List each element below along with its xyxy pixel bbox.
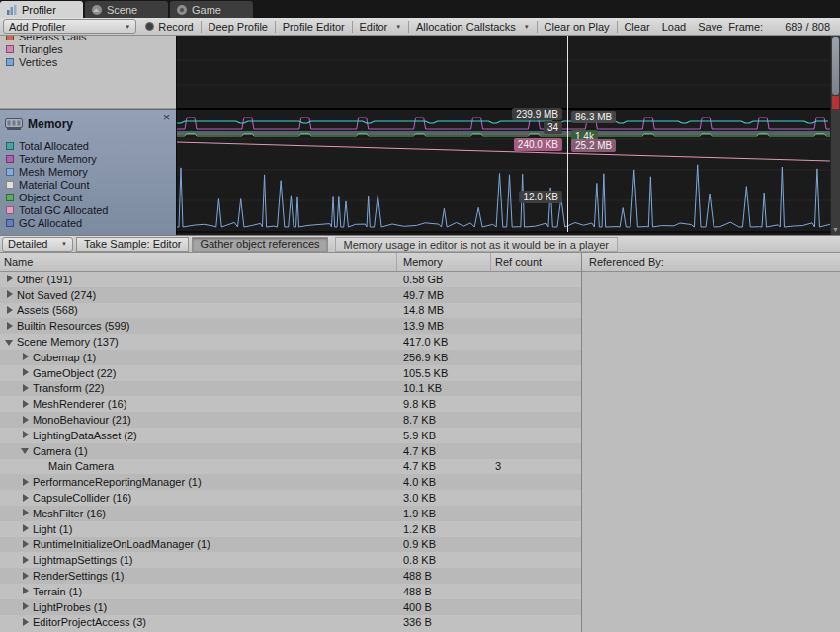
close-module-button[interactable]: × — [163, 112, 170, 123]
table-row[interactable]: GameObject (22)105.5 KB — [0, 365, 581, 381]
legend-item[interactable]: Vertices — [0, 55, 176, 68]
foldout-collapsed-icon[interactable] — [4, 305, 17, 316]
tab-profiler[interactable]: Profiler — [0, 1, 83, 18]
tab-scene[interactable]: Scene — [85, 1, 168, 18]
load-button[interactable]: Load — [656, 19, 692, 35]
legend-label: SetPass Calls — [19, 36, 86, 42]
foldout-collapsed-icon[interactable] — [20, 477, 33, 488]
chart-value-badge: 25.2 MB — [571, 139, 616, 152]
chevron-down-icon: ▼ — [524, 24, 530, 30]
foldout-collapsed-icon[interactable] — [20, 415, 33, 426]
table-row[interactable]: Other (191)0.58 GB — [0, 272, 581, 287]
table-row[interactable]: Builtin Resources (599)13.9 MB — [0, 318, 581, 334]
foldout-collapsed-icon[interactable] — [4, 289, 17, 300]
table-row[interactable]: MeshFilter (16)1.9 KB — [0, 506, 581, 521]
frame-value: 689 / 808 — [785, 21, 830, 33]
column-header-name[interactable]: Name — [0, 253, 397, 271]
table-row[interactable]: Terrain (1)488 B — [0, 584, 581, 599]
foldout-collapsed-icon[interactable] — [20, 539, 33, 550]
foldout-collapsed-icon[interactable] — [20, 430, 33, 440]
row-memory-value: 49.7 MB — [397, 289, 491, 301]
table-row[interactable]: Assets (568)14.8 MB — [0, 303, 581, 319]
chevron-down-icon: ▼ — [395, 24, 401, 30]
foldout-collapsed-icon[interactable] — [20, 571, 33, 582]
foldout-collapsed-icon[interactable] — [20, 523, 33, 534]
foldout-collapsed-icon[interactable] — [20, 352, 33, 362]
memory-module[interactable]: Memory × Total AllocatedTexture MemoryMe… — [0, 109, 176, 235]
table-row[interactable]: LightProbes (1)400 B — [0, 599, 581, 615]
foldout-collapsed-icon[interactable] — [4, 321, 17, 332]
table-row[interactable]: Camera (1)4.7 KB — [0, 443, 581, 459]
detail-mode-dropdown[interactable]: Detailed ▼ — [2, 237, 73, 252]
memory-module-title: Memory — [28, 118, 73, 131]
profiler-toolbar: Add Profiler ▼ Record Deep Profile Profi… — [0, 18, 840, 36]
table-row[interactable]: Light (1)1.2 KB — [0, 521, 581, 537]
add-profiler-dropdown[interactable]: Add Profiler ▼ — [3, 19, 136, 34]
foldout-collapsed-icon[interactable] — [20, 617, 33, 628]
scrollbar-thumb[interactable] — [832, 37, 839, 95]
foldout-collapsed-icon[interactable] — [20, 586, 33, 596]
legend-item[interactable]: Material Count — [0, 178, 176, 191]
table-row[interactable]: Main Camera4.7 KB3 — [0, 459, 581, 475]
table-row[interactable]: Not Saved (274)49.7 MB — [0, 287, 581, 303]
table-row[interactable]: PerformanceReportingManager (1)4.0 KB — [0, 474, 581, 490]
clear-button[interactable]: Clear — [618, 19, 655, 35]
foldout-collapsed-icon[interactable] — [4, 274, 17, 284]
profile-editor-button[interactable]: Profile Editor — [277, 19, 351, 35]
table-row[interactable]: RuntimeInitializeOnLoadManager (1)0.9 KB — [0, 537, 581, 553]
table-row[interactable]: Transform (22)10.1 KB — [0, 381, 581, 397]
foldout-collapsed-icon[interactable] — [20, 399, 33, 410]
row-name: MonoBehaviour (21) — [33, 414, 131, 426]
legend-item[interactable]: Object Count — [0, 191, 176, 203]
table-row[interactable]: RenderSettings (1)488 B — [0, 568, 581, 584]
column-header-memory[interactable]: Memory — [397, 253, 491, 271]
legend-color-swatch-icon — [6, 36, 14, 40]
foldout-collapsed-icon[interactable] — [20, 367, 33, 378]
foldout-expanded-icon[interactable] — [20, 445, 33, 456]
table-row[interactable]: MonoBehaviour (21)8.7 KB — [0, 412, 581, 428]
legend-label: Material Count — [19, 179, 90, 191]
row-name: Light (1) — [33, 523, 72, 535]
scrollbar-down-arrow[interactable]: ▼ — [831, 226, 840, 234]
table-row[interactable]: MeshRenderer (16)9.8 KB — [0, 396, 581, 412]
legend-item[interactable]: Total Allocated — [0, 139, 176, 152]
foldout-collapsed-icon[interactable] — [20, 555, 33, 566]
legend-item[interactable]: SetPass Calls — [0, 36, 176, 42]
chart-value-badge: 239.9 MB — [512, 108, 562, 120]
table-row[interactable]: Cubemap (1)256.9 KB — [0, 350, 581, 365]
column-header-ref-count[interactable]: Ref count — [491, 253, 581, 271]
tab-game[interactable]: Game — [170, 1, 253, 18]
row-memory-value: 10.1 KB — [397, 382, 491, 394]
tab-label: Scene — [107, 4, 137, 16]
legend-item[interactable]: Mesh Memory — [0, 165, 176, 178]
row-name: Assets (568) — [17, 304, 78, 316]
editor-dropdown[interactable]: Editor▼ — [354, 19, 408, 35]
row-memory-value: 0.9 KB — [397, 538, 491, 550]
clear-on-play-button[interactable]: Clear on Play — [539, 19, 616, 35]
foldout-collapsed-icon[interactable] — [20, 383, 33, 394]
foldout-collapsed-icon[interactable] — [20, 493, 33, 504]
table-row[interactable]: EditorProjectAccess (3)336 B — [0, 615, 581, 631]
table-row[interactable]: LightingDataAsset (2)5.9 KB — [0, 428, 581, 443]
chart-value-badge: 86.3 MB — [571, 111, 616, 123]
legend-item[interactable]: Triangles — [0, 42, 176, 55]
table-row[interactable]: CapsuleCollider (16)3.0 KB — [0, 490, 581, 506]
deep-profile-button[interactable]: Deep Profile — [202, 19, 274, 35]
row-memory-value: 8.7 KB — [397, 414, 491, 426]
foldout-collapsed-icon[interactable] — [20, 508, 33, 518]
memory-chart[interactable]: 239.9 MB86.3 MB341.4k240.0 KB25.2 MB12.0… — [176, 36, 830, 235]
take-sample-button[interactable]: Take Sample: Editor — [76, 237, 189, 252]
save-button[interactable]: Save — [692, 19, 728, 35]
row-memory-value: 1.9 KB — [397, 508, 491, 519]
legend-item[interactable]: Total GC Allocated — [0, 203, 176, 216]
foldout-collapsed-icon[interactable] — [20, 601, 33, 612]
record-button[interactable]: Record — [139, 19, 199, 35]
legend-item[interactable]: Texture Memory — [0, 152, 176, 165]
table-row[interactable]: Scene Memory (137)417.0 KB — [0, 334, 581, 350]
table-row[interactable]: LightmapSettings (1)0.8 KB — [0, 552, 581, 568]
allocation-callstacks-dropdown[interactable]: Allocation Callstacks▼ — [410, 19, 536, 35]
gather-references-toggle[interactable]: Gather object references — [192, 237, 327, 252]
toolbar-separator — [408, 21, 409, 33]
legend-item[interactable]: GC Allocated — [0, 216, 176, 229]
foldout-expanded-icon[interactable] — [4, 337, 17, 348]
